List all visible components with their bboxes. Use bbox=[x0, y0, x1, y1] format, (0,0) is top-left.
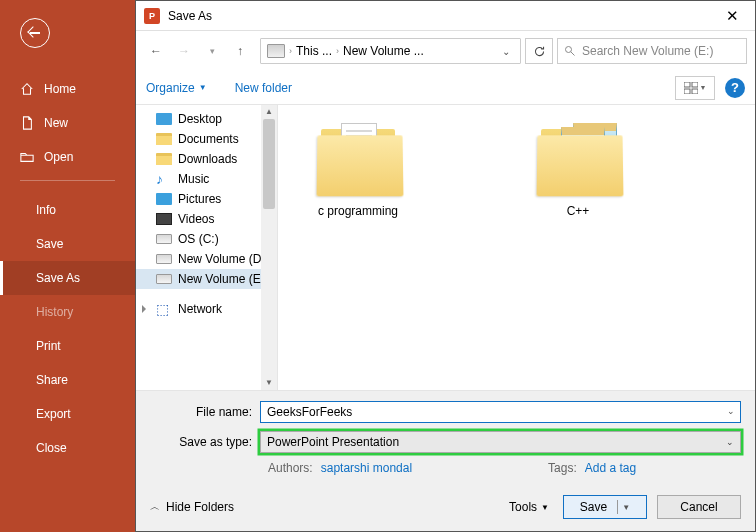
folder-cpp[interactable]: C++ bbox=[518, 121, 638, 374]
svg-rect-2 bbox=[684, 82, 690, 87]
folder-c-programming[interactable]: c programming bbox=[298, 121, 418, 374]
tree-network[interactable]: ⬚Network bbox=[136, 299, 277, 319]
view-mode-button[interactable]: ▼ bbox=[675, 76, 715, 100]
new-folder-button[interactable]: New folder bbox=[235, 81, 292, 95]
folder-icon bbox=[156, 133, 172, 145]
search-placeholder: Search New Volume (E:) bbox=[582, 44, 713, 58]
refresh-button[interactable] bbox=[525, 38, 553, 64]
nav-forward-button[interactable]: → bbox=[172, 39, 196, 63]
chevron-down-icon[interactable]: ⌄ bbox=[727, 406, 735, 416]
organize-label: Organize bbox=[146, 81, 195, 95]
tree-videos[interactable]: Videos bbox=[136, 209, 277, 229]
nav-close[interactable]: Close bbox=[0, 431, 135, 465]
save-label: Save bbox=[580, 500, 607, 514]
type-value: PowerPoint Presentation bbox=[267, 435, 399, 449]
folder-content[interactable]: c programming C++ bbox=[278, 105, 755, 390]
cancel-button[interactable]: Cancel bbox=[657, 495, 741, 519]
tree-downloads[interactable]: Downloads bbox=[136, 149, 277, 169]
nav-home[interactable]: Home bbox=[0, 72, 135, 106]
close-button[interactable]: ✕ bbox=[717, 7, 747, 25]
filename-label: File name: bbox=[150, 405, 260, 419]
drive-icon bbox=[156, 254, 172, 264]
nav-new[interactable]: New bbox=[0, 106, 135, 140]
help-button[interactable]: ? bbox=[725, 78, 745, 98]
nav-open[interactable]: Open bbox=[0, 140, 135, 174]
view-icon bbox=[684, 82, 698, 94]
chevron-up-icon: ︿ bbox=[150, 500, 160, 514]
powerpoint-icon: P bbox=[144, 8, 160, 24]
videos-icon bbox=[156, 213, 172, 225]
backstage-sidebar: Home New Open Info Save Save As History … bbox=[0, 0, 135, 532]
tree-label: Videos bbox=[178, 212, 214, 226]
bottom-panel: File name: ⌄ Save as type: PowerPoint Pr… bbox=[136, 390, 755, 531]
tree-label: OS (C:) bbox=[178, 232, 219, 246]
nav-export[interactable]: Export bbox=[0, 397, 135, 431]
breadcrumb[interactable]: › This ... › New Volume ... ⌄ bbox=[260, 38, 521, 64]
breadcrumb-segment[interactable]: New Volume ... bbox=[343, 44, 424, 58]
music-icon: ♪ bbox=[156, 173, 172, 185]
chevron-right-icon bbox=[142, 305, 146, 313]
search-input[interactable]: Search New Volume (E:) bbox=[557, 38, 747, 64]
nav-info[interactable]: Info bbox=[0, 193, 135, 227]
tools-button[interactable]: Tools ▼ bbox=[509, 500, 549, 514]
folder-label: C++ bbox=[567, 204, 590, 218]
refresh-icon bbox=[533, 45, 546, 58]
tree-os-c[interactable]: OS (C:) bbox=[136, 229, 277, 249]
hide-folders-label: Hide Folders bbox=[166, 500, 234, 514]
drive-icon bbox=[267, 44, 285, 58]
svg-rect-3 bbox=[692, 82, 698, 87]
navbar: ← → ▾ ↑ › This ... › New Volume ... ⌄ Se… bbox=[136, 31, 755, 71]
authors-value[interactable]: saptarshi mondal bbox=[321, 461, 412, 475]
nav-label: Home bbox=[44, 82, 76, 96]
folder-label: c programming bbox=[318, 204, 398, 218]
filename-input[interactable] bbox=[260, 401, 741, 423]
tree-pictures[interactable]: Pictures bbox=[136, 189, 277, 209]
nav-recent-dropdown[interactable]: ▾ bbox=[200, 39, 224, 63]
back-icon[interactable] bbox=[20, 18, 50, 48]
desktop-icon bbox=[156, 113, 172, 125]
nav-print[interactable]: Print bbox=[0, 329, 135, 363]
titlebar: P Save As ✕ bbox=[136, 1, 755, 31]
folder-icon bbox=[156, 153, 172, 165]
tree-volume-e[interactable]: New Volume (E:) bbox=[136, 269, 277, 289]
breadcrumb-segment[interactable]: This ... bbox=[296, 44, 332, 58]
tree-volume-d[interactable]: New Volume (D:) bbox=[136, 249, 277, 269]
document-icon bbox=[20, 116, 34, 130]
chevron-down-icon: ⌄ bbox=[726, 437, 734, 447]
folder-tree[interactable]: Desktop Documents Downloads ♪Music Pictu… bbox=[136, 105, 278, 390]
scroll-up-icon[interactable]: ▲ bbox=[261, 105, 277, 119]
chevron-right-icon: › bbox=[336, 46, 339, 56]
tree-desktop[interactable]: Desktop bbox=[136, 109, 277, 129]
search-icon bbox=[564, 45, 576, 57]
scroll-down-icon[interactable]: ▼ bbox=[261, 376, 277, 390]
tree-label: Documents bbox=[178, 132, 239, 146]
home-icon bbox=[20, 82, 34, 96]
nav-share[interactable]: Share bbox=[0, 363, 135, 397]
nav-save[interactable]: Save bbox=[0, 227, 135, 261]
scroll-thumb[interactable] bbox=[263, 119, 275, 209]
tree-scrollbar[interactable]: ▲ ▼ bbox=[261, 105, 277, 390]
nav-save-as[interactable]: Save As bbox=[0, 261, 135, 295]
nav-up-button[interactable]: ↑ bbox=[228, 39, 252, 63]
tree-label: Downloads bbox=[178, 152, 237, 166]
save-as-type-select[interactable]: PowerPoint Presentation ⌄ bbox=[260, 431, 741, 453]
network-icon: ⬚ bbox=[156, 303, 172, 315]
hide-folders-button[interactable]: ︿ Hide Folders bbox=[150, 500, 234, 514]
svg-line-1 bbox=[571, 52, 575, 56]
nav-back-button[interactable]: ← bbox=[144, 39, 168, 63]
nav-history[interactable]: History bbox=[0, 295, 135, 329]
tree-label: New Volume (E:) bbox=[178, 272, 268, 286]
organize-button[interactable]: Organize ▼ bbox=[146, 81, 207, 95]
drive-icon bbox=[156, 274, 172, 284]
chevron-down-icon[interactable]: ⌄ bbox=[498, 46, 514, 57]
tree-documents[interactable]: Documents bbox=[136, 129, 277, 149]
save-button[interactable]: Save ▼ bbox=[563, 495, 647, 519]
tree-label: Music bbox=[178, 172, 209, 186]
tree-music[interactable]: ♪Music bbox=[136, 169, 277, 189]
chevron-down-icon: ▼ bbox=[622, 503, 630, 512]
chevron-right-icon: › bbox=[289, 46, 292, 56]
folder-open-icon bbox=[20, 150, 34, 164]
dialog-title: Save As bbox=[168, 9, 717, 23]
tags-value[interactable]: Add a tag bbox=[585, 461, 636, 475]
drive-icon bbox=[156, 234, 172, 244]
